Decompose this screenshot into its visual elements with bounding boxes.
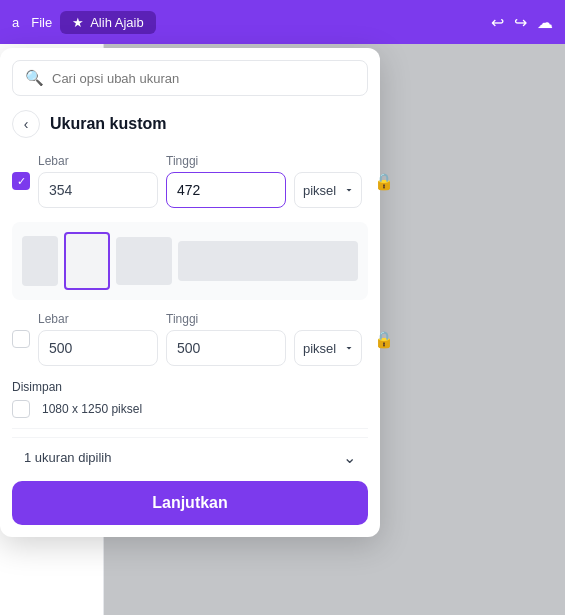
topbar-tab-label: Alih Ajaib bbox=[90, 15, 143, 30]
tinggi-group-2: Tinggi bbox=[166, 312, 286, 366]
topbar-left-label: a bbox=[12, 15, 19, 30]
tinggi-input-1[interactable] bbox=[166, 172, 286, 208]
topbar-active-tab[interactable]: ★ Alih Ajaib bbox=[60, 11, 155, 34]
lebar-group-2: Lebar bbox=[38, 312, 158, 366]
lebar-input-1[interactable] bbox=[38, 172, 158, 208]
tinggi-label-2: Tinggi bbox=[166, 312, 286, 326]
tinggi-group-1: Tinggi bbox=[166, 154, 286, 208]
saved-section: Disimpan 1080 x 1250 piksel bbox=[12, 380, 368, 418]
checkmark-icon: ✓ bbox=[17, 175, 26, 188]
panel-title: Ukuran kustom bbox=[50, 115, 166, 133]
redo-icon[interactable]: ↪ bbox=[514, 13, 527, 32]
thumb-xlarge[interactable] bbox=[178, 241, 358, 281]
lebar-label-2: Lebar bbox=[38, 312, 158, 326]
lebar-group-1: Lebar bbox=[38, 154, 158, 208]
cloud-icon[interactable]: ☁ bbox=[537, 13, 553, 32]
thumb-large[interactable] bbox=[116, 237, 172, 285]
divider bbox=[12, 428, 368, 429]
topbar-file-label[interactable]: File bbox=[31, 15, 52, 30]
panel-header: ‹ Ukuran kustom bbox=[12, 110, 368, 138]
thumb-medium-selected[interactable] bbox=[64, 232, 110, 290]
unit-spacer-2 bbox=[294, 312, 362, 326]
saved-preset-checkbox[interactable] bbox=[12, 400, 30, 418]
saved-label: Disimpan bbox=[12, 380, 368, 394]
unit-select-2[interactable]: piksel cm mm bbox=[294, 330, 362, 366]
main-area: 🔍 ‹ Ukuran kustom ✓ Lebar Tinggi bbox=[104, 44, 565, 615]
unit-label-spacer-1 bbox=[294, 154, 362, 168]
checkbox-1[interactable]: ✓ bbox=[12, 172, 30, 190]
lock-icon-1[interactable]: 🔒 bbox=[374, 172, 394, 191]
checkbox-2[interactable] bbox=[12, 330, 30, 348]
thumb-small[interactable] bbox=[22, 236, 58, 286]
saved-preset-text: 1080 x 1250 piksel bbox=[42, 402, 142, 416]
topbar-actions: ↩ ↪ ☁ bbox=[491, 13, 553, 32]
tinggi-input-2[interactable] bbox=[166, 330, 286, 366]
star-icon: ★ bbox=[72, 15, 84, 30]
unit-group-2: piksel cm mm bbox=[294, 312, 362, 366]
custom-size-section-1: ✓ Lebar Tinggi piksel cm mm in bbox=[12, 154, 368, 208]
unit-select-1[interactable]: piksel cm mm in bbox=[294, 172, 362, 208]
back-button[interactable]: ‹ bbox=[12, 110, 40, 138]
selected-count-label: 1 ukuran dipilih bbox=[24, 450, 111, 465]
preview-thumbnails-row bbox=[12, 222, 368, 300]
saved-preset-row[interactable]: 1080 x 1250 piksel bbox=[12, 400, 368, 418]
search-icon: 🔍 bbox=[25, 69, 44, 87]
unit-group-1: piksel cm mm in bbox=[294, 154, 362, 208]
tinggi-label-1: Tinggi bbox=[166, 154, 286, 168]
custom-size-section-2: Lebar Tinggi piksel cm mm 🔒 bbox=[12, 312, 368, 366]
undo-icon[interactable]: ↩ bbox=[491, 13, 504, 32]
size-form-row-1: ✓ Lebar Tinggi piksel cm mm in bbox=[12, 154, 368, 208]
lebar-label-1: Lebar bbox=[38, 154, 158, 168]
panel-search-input[interactable] bbox=[52, 71, 355, 86]
lock-icon-2[interactable]: 🔒 bbox=[374, 330, 394, 349]
size-form-row-2: Lebar Tinggi piksel cm mm 🔒 bbox=[12, 312, 368, 366]
bottom-bar: 1 ukuran dipilih ⌄ bbox=[12, 437, 368, 477]
panel-search-row[interactable]: 🔍 bbox=[12, 60, 368, 96]
topbar: a File ★ Alih Ajaib ↩ ↪ ☁ bbox=[0, 0, 565, 44]
chevron-down-icon[interactable]: ⌄ bbox=[343, 448, 356, 467]
lebar-input-2[interactable] bbox=[38, 330, 158, 366]
resize-dropdown-panel: 🔍 ‹ Ukuran kustom ✓ Lebar Tinggi bbox=[0, 48, 380, 537]
continue-button[interactable]: Lanjutkan bbox=[12, 481, 368, 525]
